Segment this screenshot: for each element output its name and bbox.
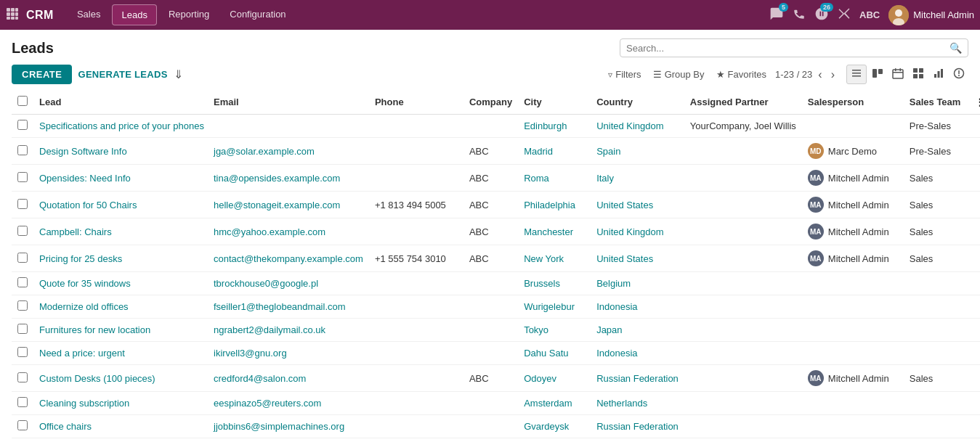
row-checkbox[interactable] [17,199,28,209]
row-menu[interactable] [969,365,980,392]
country-link[interactable]: Spain [596,146,620,157]
row-menu[interactable] [969,415,980,438]
row-checkbox[interactable] [17,300,28,311]
search-bar[interactable]: 🔍 [620,38,968,57]
header-city[interactable]: City [518,90,591,115]
row-checkbox[interactable] [17,397,28,407]
pagination-next[interactable]: › [828,67,838,83]
row-checkbox[interactable] [17,372,28,382]
row-menu[interactable] [969,245,980,272]
header-checkbox-cell[interactable] [12,90,33,115]
lead-link[interactable]: Office chairs [39,421,92,432]
nav-leads[interactable]: Leads [112,4,156,25]
favorites-label[interactable]: Favorites [728,69,766,80]
country-link[interactable]: Belgium [596,278,631,289]
scissors-icon[interactable] [838,7,851,23]
lead-link[interactable]: Quote for 35 windows [39,278,131,289]
app-logo[interactable]: CRM [26,9,54,22]
lead-link[interactable]: Design Software Info [39,146,127,157]
lead-link[interactable]: Quotation for 50 Chairs [39,200,137,210]
city-link[interactable]: Edinburgh [524,120,567,131]
header-phone[interactable]: Phone [369,90,463,115]
country-link[interactable]: Indonesia [596,348,637,359]
row-checkbox[interactable] [17,226,28,236]
email-link[interactable]: helle@stonageit.example.com [214,200,340,210]
groupby-button[interactable]: ☰ Group By [653,69,705,80]
row-menu[interactable] [969,342,980,365]
city-link[interactable]: Brussels [524,278,560,289]
grid-icon[interactable] [6,7,19,23]
header-menu[interactable]: ⋮ [969,90,980,115]
row-checkbox[interactable] [17,277,28,287]
graph-view-button[interactable] [929,65,948,83]
header-lead[interactable]: Lead [33,90,208,115]
lead-link[interactable]: Campbell: Chairs [39,226,112,237]
search-icon[interactable]: 🔍 [949,42,962,54]
header-partner[interactable]: Assigned Partner [684,90,802,115]
email-link[interactable]: jjobbins6@simplemachines.org [214,421,344,432]
groupby-label[interactable]: Group By [665,69,705,80]
activity-view-button[interactable] [949,65,968,83]
lead-link[interactable]: Modernize old offices [39,301,129,312]
country-link[interactable]: United Kingdom [596,120,664,131]
email-link[interactable]: ikirvell3@gnu.org [214,348,287,359]
email-link[interactable]: contact@thekompany.example.com [214,253,363,264]
discuss-icon[interactable]: 5 [769,7,784,24]
email-link[interactable]: eespinazo5@reuters.com [214,398,321,409]
header-email[interactable]: Email [208,90,369,115]
kanban-view-button[interactable] [868,65,887,83]
lead-link[interactable]: Cleaning subscription [39,398,129,409]
create-button[interactable]: CREATE [12,65,72,84]
row-checkbox[interactable] [17,145,28,155]
lead-link[interactable]: Opensides: Need Info [39,173,131,184]
row-menu[interactable] [969,165,980,192]
header-team[interactable]: Sales Team [904,90,969,115]
voip-icon[interactable]: 26 [814,7,829,24]
nav-configuration[interactable]: Configuration [221,4,294,25]
lead-link[interactable]: Custom Desks (100 pieces) [39,373,155,384]
favorites-button[interactable]: ★ Favorites [716,69,766,80]
email-link[interactable]: fseiller1@theglobeandmail.com [214,301,346,312]
row-menu[interactable] [969,392,980,415]
filters-label[interactable]: Filters [615,69,641,80]
header-company[interactable]: Company [463,90,518,115]
nav-sales[interactable]: Sales [68,4,110,25]
calendar-view-button[interactable] [888,65,907,83]
row-checkbox[interactable] [17,347,28,357]
row-menu[interactable] [969,138,980,165]
lead-link[interactable]: Specifications and price of your phones [39,120,204,131]
country-link[interactable]: United States [596,200,653,210]
country-link[interactable]: Italy [596,173,614,184]
phone-icon[interactable] [793,7,806,23]
user-menu[interactable]: Mitchell Admin [888,5,974,25]
city-link[interactable]: New York [524,253,564,264]
row-menu[interactable] [969,319,980,342]
email-link[interactable]: jga@solar.example.com [214,146,315,157]
city-link[interactable]: Philadelphia [524,200,575,210]
voip-text[interactable]: ABC [859,9,880,20]
city-link[interactable]: Manchester [524,226,573,237]
country-link[interactable]: Russian Federation [596,421,679,432]
email-link[interactable]: tina@opensides.example.com [214,173,340,184]
city-link[interactable]: Gvardeysk [524,421,569,432]
header-country[interactable]: Country [591,90,684,115]
country-link[interactable]: United States [596,253,653,264]
city-link[interactable]: Roma [524,173,549,184]
email-link[interactable]: ngrabert2@dailymail.co.uk [214,324,325,335]
city-link[interactable]: Odoyev [524,373,556,384]
row-menu[interactable] [969,192,980,218]
pivot-view-button[interactable] [909,65,928,83]
list-view-button[interactable] [846,65,867,84]
country-link[interactable]: United Kingdom [596,226,664,237]
row-menu[interactable] [969,115,980,138]
city-link[interactable]: Amsterdam [524,398,572,409]
email-link[interactable]: tbrockhouse0@google.pl [214,278,318,289]
lead-sort[interactable]: Lead [39,97,202,107]
city-link[interactable]: Tokyo [524,324,548,335]
row-menu[interactable] [969,218,980,245]
email-link[interactable]: credford4@salon.com [214,373,306,384]
row-checkbox[interactable] [17,420,28,430]
row-checkbox[interactable] [17,324,28,334]
city-link[interactable]: Dahu Satu [524,348,568,359]
filters-button[interactable]: ▿ Filters [608,69,641,80]
